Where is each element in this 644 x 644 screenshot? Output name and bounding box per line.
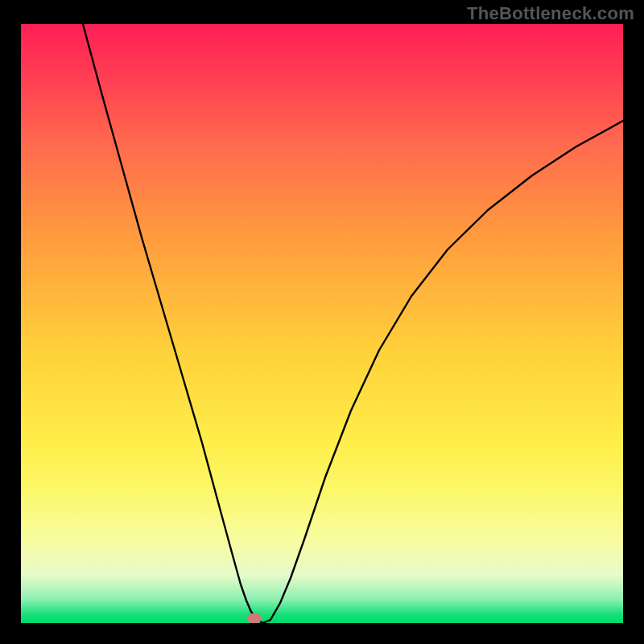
watermark-label: TheBottleneck.com xyxy=(467,3,634,24)
chart-frame: TheBottleneck.com xyxy=(0,0,644,644)
bottleneck-curve xyxy=(21,24,623,623)
optimal-marker xyxy=(247,613,262,623)
plot-area xyxy=(21,24,623,623)
